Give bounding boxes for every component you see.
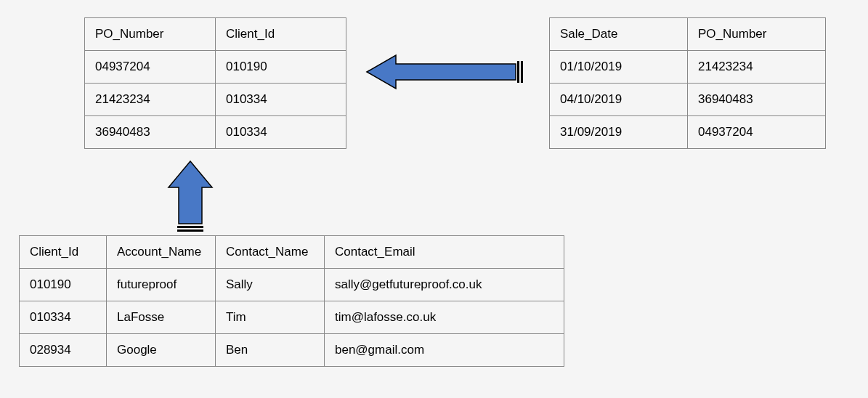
cell: Tim [216, 301, 325, 334]
svg-marker-0 [367, 55, 516, 89]
sale-po-table: Sale_Date PO_Number 01/10/2019 21423234 … [549, 17, 826, 149]
col-header: PO_Number [688, 18, 826, 51]
cell: tim@lafosse.co.uk [325, 301, 564, 334]
cell: sally@getfutureproof.co.uk [325, 269, 564, 301]
arrow-left-icon [367, 55, 523, 89]
col-header: Contact_Name [216, 236, 325, 269]
table-header-row: Sale_Date PO_Number [550, 18, 826, 51]
svg-rect-4 [177, 226, 203, 228]
cell: Google [107, 334, 216, 367]
cell: ben@gmail.com [325, 334, 564, 367]
col-header: Account_Name [107, 236, 216, 269]
cell: 04937204 [688, 116, 826, 149]
cell: 010334 [20, 301, 107, 334]
cell: 36940483 [85, 116, 216, 149]
svg-rect-5 [177, 230, 203, 232]
table-row: 04/10/2019 36940483 [550, 84, 826, 116]
table-row: 21423234 010334 [85, 84, 346, 116]
col-header: Client_Id [216, 18, 346, 51]
col-header: Contact_Email [325, 236, 564, 269]
table-row: 01/10/2019 21423234 [550, 51, 826, 84]
table-row: 028934 Google Ben ben@gmail.com [20, 334, 564, 367]
cell: 36940483 [688, 84, 826, 116]
cell: LaFosse [107, 301, 216, 334]
table-header-row: PO_Number Client_Id [85, 18, 346, 51]
cell: 010190 [20, 269, 107, 301]
cell: 21423234 [85, 84, 216, 116]
col-header: Sale_Date [550, 18, 688, 51]
cell: 010334 [216, 84, 346, 116]
table-row: 36940483 010334 [85, 116, 346, 149]
svg-rect-2 [521, 61, 523, 83]
col-header: PO_Number [85, 18, 216, 51]
po-client-table: PO_Number Client_Id 04937204 010190 2142… [84, 17, 346, 149]
table-row: 010334 LaFosse Tim tim@lafosse.co.uk [20, 301, 564, 334]
cell: 028934 [20, 334, 107, 367]
cell: Sally [216, 269, 325, 301]
table-header-row: Client_Id Account_Name Contact_Name Cont… [20, 236, 564, 269]
cell: 01/10/2019 [550, 51, 688, 84]
table-row: 31/09/2019 04937204 [550, 116, 826, 149]
svg-rect-1 [517, 61, 519, 83]
svg-marker-3 [169, 161, 212, 224]
table-row: 04937204 010190 [85, 51, 346, 84]
cell: 010334 [216, 116, 346, 149]
cell: futureproof [107, 269, 216, 301]
cell: 010190 [216, 51, 346, 84]
cell: 04/10/2019 [550, 84, 688, 116]
col-header: Client_Id [20, 236, 107, 269]
cell: 21423234 [688, 51, 826, 84]
table-row: 010190 futureproof Sally sally@getfuture… [20, 269, 564, 301]
arrow-up-icon [169, 161, 212, 232]
cell: 04937204 [85, 51, 216, 84]
cell: Ben [216, 334, 325, 367]
client-table: Client_Id Account_Name Contact_Name Cont… [19, 235, 564, 367]
cell: 31/09/2019 [550, 116, 688, 149]
